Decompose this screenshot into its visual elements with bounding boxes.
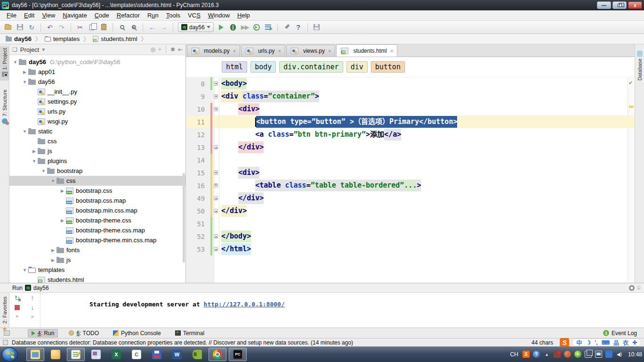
tree-row[interactable]: ▼ bootstrap bbox=[9, 166, 185, 176]
taskbar-app[interactable] bbox=[87, 348, 105, 361]
menu-item[interactable]: Run bbox=[144, 11, 162, 20]
editor-tab[interactable]: students.html × bbox=[336, 44, 397, 57]
fold-marker[interactable] bbox=[212, 103, 219, 115]
tree-row[interactable]: students.html bbox=[9, 275, 185, 283]
tag-crumb[interactable]: button bbox=[371, 61, 405, 73]
tree-row[interactable]: ▼ css bbox=[9, 176, 185, 186]
tray-icon[interactable]: S bbox=[523, 351, 530, 358]
fold-marker[interactable] bbox=[212, 243, 219, 255]
fold-marker[interactable] bbox=[212, 217, 219, 230]
rerun-icon[interactable]: ↻ bbox=[14, 295, 20, 301]
fold-marker[interactable] bbox=[212, 77, 219, 90]
toolwindow-tab-database[interactable]: Database bbox=[635, 47, 644, 82]
run-with-coverage-icon[interactable]: ▶▶ bbox=[241, 23, 249, 32]
toolwindow-button[interactable]: 4: Run bbox=[28, 329, 58, 337]
editor-tab[interactable]: models.py × bbox=[187, 45, 240, 57]
cut-icon[interactable]: ✂ bbox=[76, 23, 84, 32]
menu-item[interactable]: Refactor bbox=[113, 11, 144, 20]
expand-arrow-icon[interactable]: ▼ bbox=[40, 169, 47, 173]
editor-tab[interactable]: views.py × bbox=[286, 45, 335, 57]
toolwindow-button[interactable]: 6: TODO bbox=[65, 329, 102, 337]
ime-toolbar-icon[interactable]: ☽ bbox=[586, 339, 591, 346]
fold-marker[interactable] bbox=[212, 128, 219, 141]
taskbar-app[interactable] bbox=[47, 348, 64, 361]
taskbar-app[interactable]: C bbox=[128, 348, 145, 361]
tray-icon[interactable]: + bbox=[574, 351, 581, 358]
menu-item[interactable]: Tools bbox=[162, 11, 184, 20]
fold-marker[interactable] bbox=[212, 154, 219, 166]
back-icon[interactable]: ← bbox=[148, 23, 156, 32]
expand-arrow-icon[interactable]: ▶ bbox=[59, 189, 65, 193]
tree-row[interactable]: bootstrap-theme.min.css.map bbox=[9, 235, 185, 245]
tree-row[interactable]: bootstrap.min.css.map bbox=[9, 206, 185, 215]
expand-arrow-icon[interactable]: ▶ bbox=[31, 149, 37, 154]
taskbar-app[interactable]: PC bbox=[229, 348, 247, 361]
taskbar-app[interactable]: X bbox=[107, 348, 125, 361]
expand-arrow-icon[interactable]: ▼ bbox=[31, 159, 37, 164]
paste-icon[interactable] bbox=[99, 23, 108, 32]
tray-icon[interactable] bbox=[564, 351, 571, 358]
menu-item[interactable]: View bbox=[38, 11, 59, 20]
toolwindow-button[interactable]: Python Console bbox=[110, 329, 164, 337]
tray-icon[interactable] bbox=[585, 351, 592, 358]
find-icon[interactable] bbox=[118, 23, 126, 32]
menu-item[interactable]: Window bbox=[204, 11, 233, 20]
tray-icon[interactable] bbox=[554, 351, 561, 358]
tree-row[interactable]: ▼ static bbox=[9, 126, 185, 136]
locate-icon[interactable]: ◎ bbox=[151, 46, 155, 53]
tree-row[interactable]: settings.py bbox=[9, 97, 185, 107]
ime-toolbar-icon[interactable]: 衣 bbox=[623, 338, 628, 346]
fold-marker[interactable] bbox=[212, 141, 219, 154]
fold-marker[interactable] bbox=[212, 205, 219, 217]
toolwindow-tab-project[interactable]: 1: Project bbox=[0, 46, 9, 81]
ime-toolbar-icon[interactable]: 品 bbox=[613, 338, 619, 346]
tray-icon[interactable] bbox=[595, 351, 602, 358]
expand-arrow-icon[interactable]: ▼ bbox=[22, 268, 28, 272]
breadcrumb-item-day56[interactable]: day56 bbox=[5, 35, 32, 42]
help-icon[interactable]: ? bbox=[294, 23, 303, 32]
tree-row[interactable]: css bbox=[9, 136, 185, 146]
up-stack-icon[interactable]: ↑ bbox=[31, 295, 34, 301]
replace-icon[interactable] bbox=[129, 23, 138, 32]
breadcrumb-item-students-html[interactable]: students.html bbox=[92, 35, 138, 42]
close-tab-icon[interactable]: × bbox=[278, 48, 281, 54]
breadcrumb-item-templates[interactable]: templates bbox=[44, 35, 80, 42]
toolwindow-tab-structure[interactable]: 7: Structure bbox=[0, 88, 9, 128]
status-square-icon[interactable] bbox=[3, 340, 8, 345]
run-console[interactable]: Starting development server at http://12… bbox=[40, 293, 644, 328]
tray-icon[interactable] bbox=[605, 351, 612, 358]
ime-toolbar-icon[interactable]: ✚ bbox=[632, 339, 637, 346]
profile-icon[interactable] bbox=[252, 23, 261, 32]
tree-row[interactable]: ▼ plugins bbox=[9, 156, 185, 166]
status-message[interactable]: Database connections detector: Database … bbox=[12, 339, 528, 346]
run-button[interactable] bbox=[217, 23, 225, 32]
menu-item[interactable]: File bbox=[3, 11, 20, 20]
taskbar-app[interactable]: W bbox=[168, 348, 186, 361]
close-tab-icon[interactable]: × bbox=[390, 48, 393, 54]
restore-button[interactable] bbox=[612, 1, 627, 9]
gear-icon[interactable]: ✱ bbox=[170, 46, 175, 53]
menu-item[interactable]: Edit bbox=[20, 11, 38, 20]
project-scrollbar[interactable] bbox=[183, 173, 185, 263]
event-log-button[interactable]: 1 Event Log bbox=[600, 329, 640, 337]
sogou-ime-icon[interactable]: S bbox=[560, 338, 569, 347]
expand-arrow-icon[interactable]: ▼ bbox=[22, 129, 28, 134]
close-button[interactable]: x bbox=[628, 1, 642, 9]
tree-row[interactable]: bootstrap-theme.css.map bbox=[9, 225, 185, 235]
expand-arrow-icon[interactable]: ▼ bbox=[12, 60, 18, 65]
debug-button[interactable] bbox=[229, 23, 237, 32]
close-tab-icon[interactable]: × bbox=[328, 48, 331, 54]
run-task-icon[interactable] bbox=[264, 23, 273, 32]
tree-row[interactable]: bootstrap.css.map bbox=[9, 196, 185, 206]
ime-toolbar-icon[interactable]: ’, bbox=[595, 339, 598, 346]
editor-tab[interactable]: urls.py × bbox=[241, 45, 285, 57]
ime-toolbar-icon[interactable]: ⌨ bbox=[602, 339, 610, 346]
menu-item[interactable]: Code bbox=[91, 11, 113, 20]
start-button[interactable] bbox=[2, 347, 18, 362]
gear-icon[interactable] bbox=[629, 285, 635, 291]
collapse-all-icon[interactable]: ÷ bbox=[158, 46, 161, 53]
tree-row[interactable]: urls.py bbox=[9, 107, 185, 116]
tag-crumb[interactable]: html bbox=[222, 61, 247, 73]
synchronize-icon[interactable]: ↻ bbox=[27, 23, 36, 32]
tree-row[interactable]: ▶ app01 bbox=[9, 67, 185, 77]
